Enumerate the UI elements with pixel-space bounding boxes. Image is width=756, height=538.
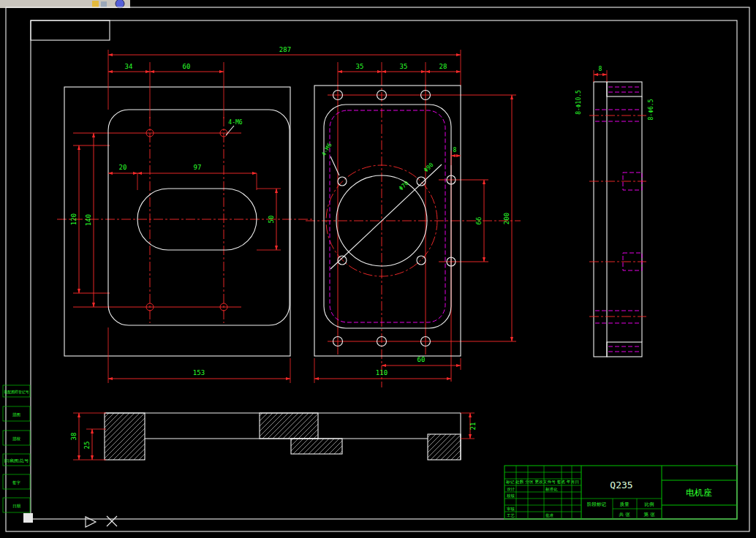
face-view: 35 35 28 8 200 66 60 110 Φ70 Φ90 4-M6 — [306, 62, 521, 387]
title-block: Q235 电机座 标记 处数 分区 更改文件号 签名 年月日 设计 标准化 校核… — [504, 466, 737, 519]
toolbar-strip — [0, 0, 130, 8]
margin-signature-label: 签字 — [12, 480, 21, 485]
hatched-wall — [260, 413, 318, 439]
stage-mark-label: 阶段标记 — [587, 501, 607, 507]
diameter-leader — [330, 164, 442, 269]
part-name: 电机座 — [686, 488, 712, 498]
toolbar-icon-save[interactable] — [101, 1, 107, 7]
sheet-total-label: 共 张 — [619, 512, 630, 518]
toolbar-icon-open[interactable] — [92, 1, 99, 7]
dim-35b: 35 — [400, 63, 408, 70]
hole-callout-4m6: 4-M6 — [320, 142, 333, 157]
dim-28: 28 — [439, 63, 447, 70]
dim-8-thickness: 8 — [599, 66, 602, 72]
toolbar-icon-app[interactable] — [116, 0, 124, 8]
front-boss-outline — [108, 110, 290, 325]
material-spec: Q235 — [610, 480, 632, 490]
section-view: 38 25 21 — [70, 413, 477, 460]
face-boss-outline — [324, 105, 451, 328]
dia-90: Φ90 — [423, 162, 435, 174]
dim-66: 66 — [475, 217, 483, 225]
margin-date-label: 日期 — [12, 504, 21, 509]
weight-label: 质量 — [620, 501, 630, 507]
design-label: 设计 — [507, 487, 515, 491]
revision-header: 标记 处数 分区 更改文件号 签名 年月日 — [505, 480, 579, 485]
hatched-wall — [105, 413, 145, 460]
scale-label: 比例 — [645, 501, 654, 507]
margin-register-label: 装配图样登记号 — [4, 390, 29, 395]
margin-trace-check-label: 描校 — [12, 436, 21, 442]
dim-200: 200 — [503, 213, 510, 224]
dia-70: Φ70 — [398, 180, 410, 192]
dim-20: 20 — [119, 164, 127, 171]
dim-21: 21 — [469, 423, 477, 431]
hatched-wall — [428, 434, 461, 460]
sheet-marks — [23, 513, 117, 527]
leader-line — [226, 126, 234, 135]
drawing-sheet: 装配图样登记号 描图 描校 旧底图总号 签字 日期 — [0, 0, 756, 538]
margin-trace-label: 描图 — [12, 412, 20, 417]
cad-canvas[interactable]: 装配图样登记号 描图 描校 旧底图总号 签字 日期 — [0, 0, 756, 538]
side-view-centerlines — [589, 115, 646, 317]
side-view: 8 8-Φ10.5 8-Φ6.5 — [575, 66, 654, 357]
side-view-hidden-lines — [595, 87, 642, 352]
dim-25: 25 — [83, 442, 91, 450]
dim-110: 110 — [376, 369, 388, 376]
dim-140: 140 — [85, 214, 92, 226]
side-top-flange — [607, 82, 642, 96]
fold-triangle-mark — [86, 517, 96, 527]
review-label: 审核 — [507, 507, 515, 511]
corner-square-mark — [23, 513, 33, 523]
process-label: 工艺 — [507, 513, 515, 518]
hole-callout-counterbore: 8-Φ10.5 — [575, 90, 582, 115]
side-view-dimensions: 8 8-Φ10.5 8-Φ6.5 — [575, 66, 654, 120]
margin-fields: 装配图样登记号 描图 描校 旧底图总号 签字 日期 — [3, 385, 30, 512]
hole-callout-through: 8-Φ6.5 — [648, 99, 654, 120]
face-hidden-edge — [330, 110, 445, 322]
corner-box — [31, 20, 110, 40]
dim-34: 34 — [125, 63, 133, 70]
dim-153: 153 — [193, 369, 205, 376]
standardization-label: 标准化 — [545, 487, 558, 492]
front-view-outline — [64, 87, 290, 356]
dim-97: 97 — [194, 164, 202, 171]
hatched-wall — [291, 439, 342, 454]
side-plate — [594, 82, 607, 357]
dim-50: 50 — [268, 216, 275, 224]
dim-60: 60 — [417, 356, 426, 363]
dim-38: 38 — [70, 433, 78, 441]
hole-callout-4m6: 4-M6 — [228, 119, 242, 126]
bolt-hole — [417, 256, 426, 265]
front-view: 287 34 60 20 97 140 120 50 153 4-M6 — [57, 46, 461, 383]
approve-label: 批准 — [545, 513, 554, 518]
front-view-dimensions: 287 34 60 20 97 140 120 50 153 4-M6 — [70, 46, 461, 383]
check-label: 校核 — [506, 493, 515, 498]
dim-35a: 35 — [356, 63, 364, 70]
sheet-no-label: 第 张 — [644, 512, 655, 518]
dim-8: 8 — [453, 147, 457, 154]
dim-60: 60 — [183, 63, 191, 70]
dim-120: 120 — [70, 213, 78, 225]
toolbar-fragment — [0, 0, 130, 8]
side-bottom-flange — [607, 342, 642, 357]
margin-old-drawing-no-label: 旧底图总号 — [4, 458, 30, 463]
dim-287: 287 — [279, 46, 291, 53]
